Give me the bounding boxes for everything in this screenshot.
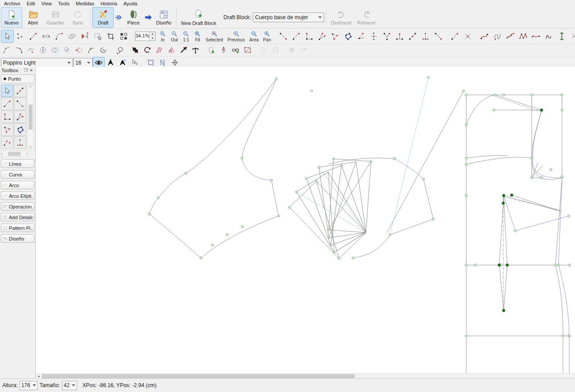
toolbox-vertical-scrollbar[interactable]: ˄ ˅ [27, 85, 34, 149]
toolbox-point-normal-tool[interactable] [1, 110, 13, 123]
move-objects-tool[interactable] [177, 45, 189, 56]
toolbox-cat-linea[interactable]: Línea [1, 159, 34, 168]
scroll-right-icon[interactable]: › [26, 152, 27, 155]
tamano-combo[interactable]: 42 [62, 381, 77, 390]
point-perpendicular-tool[interactable] [393, 30, 406, 43]
point-bisector-tool[interactable] [329, 30, 341, 43]
curve-intersect-axis-tool[interactable] [568, 30, 575, 43]
nuevo-button[interactable]: Nuevo [1, 7, 22, 28]
mirror-piece-tool[interactable] [78, 30, 91, 43]
curve-with-control-points-tool[interactable] [504, 30, 517, 43]
toolbox-point-axis-tool[interactable] [14, 136, 26, 149]
toolbox-point-bisector-tool[interactable] [1, 123, 13, 136]
close-panel-icon[interactable]: ✕ [29, 68, 34, 73]
spline-path-tool[interactable] [517, 30, 530, 43]
point-shoulder-tool[interactable] [316, 30, 329, 43]
union-pieces-tool[interactable] [230, 45, 242, 56]
point-from-circle-tangent-tool[interactable] [73, 45, 85, 56]
point-intersect-lines-tool[interactable] [380, 30, 393, 43]
curve-hook-tool[interactable] [542, 30, 555, 43]
diseno-mode-button[interactable]: Diseño [153, 7, 174, 28]
menu-ayuda[interactable]: Ayuda [120, 0, 140, 7]
toolbox-point-dots-tool[interactable] [1, 136, 13, 149]
menu-archivo[interactable]: Archivo [1, 0, 24, 7]
menu-medidas[interactable]: Medidas [73, 0, 98, 7]
toolbox-point-at-angle-tool[interactable] [14, 98, 26, 110]
new-draft-block-button[interactable]: New Draft Block [178, 7, 219, 28]
point-on-curve-tool[interactable] [341, 30, 354, 43]
zoom-area-button[interactable]: Area [247, 29, 261, 44]
toolbox-point-shoulder-tool[interactable] [14, 110, 26, 123]
crop-tool[interactable] [104, 30, 117, 43]
altura-combo[interactable]: 176 [20, 381, 38, 390]
drawing-canvas[interactable]: ◂ [36, 67, 575, 379]
exchange-layout-tool[interactable] [117, 30, 130, 43]
scroll-left-icon[interactable]: ‹ [1, 152, 2, 155]
point-along-line-tool[interactable] [406, 30, 419, 43]
scrollbar-thumb[interactable] [42, 374, 355, 378]
spline-pair-tool[interactable] [40, 30, 53, 43]
spin-down-icon[interactable]: ▼ [150, 36, 155, 41]
toolbox-cat-pattern-pieces[interactable]: Pattern Pi... [1, 224, 34, 232]
point-at-distance-angle-tool[interactable] [277, 30, 290, 43]
draft-mode-button[interactable]: Draft [92, 7, 114, 28]
flip-by-line-tool[interactable] [153, 45, 165, 56]
true-darts-tool[interactable] [189, 45, 201, 56]
toolbox-horizontal-scrollbar[interactable]: ‹ › [1, 151, 28, 157]
zoom-previous-button[interactable]: Previous [225, 29, 247, 44]
toolbox-cat-add-details[interactable]: Add Details [1, 213, 34, 221]
zoom-fit-button[interactable]: Fit [192, 29, 203, 44]
float-panel-icon[interactable]: ❐ [23, 68, 29, 73]
arc-with-length-tool[interactable] [85, 45, 97, 56]
menu-tools[interactable]: Tools [55, 0, 73, 7]
toolbox-cat-operaciones[interactable]: Operacion... [1, 202, 34, 211]
spin-up-icon[interactable]: ▲ [150, 32, 155, 37]
arc-radius-angles-tool[interactable] [1, 45, 13, 56]
zoom-1to1-button[interactable]: 1:1 [180, 29, 192, 44]
menu-historia[interactable]: Historia [98, 0, 120, 7]
line-intersect-tool[interactable] [461, 30, 474, 43]
toolbox-point-on-curve-tool[interactable] [14, 123, 26, 136]
internal-path-tool[interactable] [242, 45, 254, 56]
flip-by-axis-tool[interactable] [165, 45, 177, 56]
new-pattern-piece-tool[interactable] [205, 45, 218, 56]
simple-interactive-curve-tool[interactable] [530, 30, 542, 43]
arc-spiral-tool[interactable] [97, 45, 109, 56]
arrow-pointer-tool[interactable] [1, 30, 14, 43]
rubber-band-select-tool[interactable] [91, 30, 104, 43]
menu-view[interactable]: View [38, 0, 55, 7]
draft-block-combo[interactable]: Cuerpo base de mujer [253, 12, 324, 22]
curve-intersect-curve-tool[interactable] [555, 30, 568, 43]
point-along-perpendicular-tool[interactable] [303, 30, 316, 43]
elliptical-arc-tool[interactable] [113, 45, 125, 56]
zoom-in-button[interactable]: In [157, 29, 168, 44]
point-of-contact-tool[interactable] [432, 30, 445, 43]
scroll-up-icon[interactable]: ˄ [29, 85, 31, 88]
point-end-line-tool[interactable] [290, 30, 303, 43]
line-between-points-tool[interactable] [448, 30, 461, 43]
toolbox-pointer-tool[interactable] [1, 85, 13, 97]
rotate-objects-tool[interactable] [141, 45, 153, 56]
scrollbar-thumb[interactable] [29, 105, 33, 130]
arc-intersect-axis-tool[interactable] [25, 45, 37, 56]
two-circles-intersect-tool[interactable] [49, 45, 61, 56]
label-font-combo[interactable]: Poppins Light [1, 58, 73, 67]
zoom-spinbox[interactable]: 34,1% ▲ ▼ [135, 32, 156, 41]
point-tangent-tool[interactable] [354, 30, 367, 43]
zoom-selected-button[interactable]: Selected [203, 29, 225, 44]
scrollbar-thumb[interactable] [8, 152, 21, 156]
scroll-down-icon[interactable]: ˅ [29, 146, 31, 149]
zoom-out-button[interactable]: Out [168, 29, 180, 44]
circle-axis-intersect-tool[interactable] [37, 45, 49, 56]
toolbox-point-along-line-tool[interactable] [14, 85, 26, 97]
anchor-point-tool[interactable] [218, 45, 230, 56]
point-from-x-y-tool[interactable] [367, 30, 380, 43]
toolbox-section-punto[interactable]: Punto [1, 74, 34, 83]
toolbox-point-end-line-tool[interactable] [1, 98, 13, 110]
circle-tangent-tool[interactable] [61, 45, 73, 56]
toolbox-cat-arco[interactable]: Arco [1, 181, 34, 189]
toolbox-cat-curva[interactable]: Curva [1, 170, 34, 179]
add-points-tool[interactable] [14, 30, 27, 43]
arc-segment-tool[interactable] [53, 30, 66, 43]
point-intersect-axis-tool[interactable] [419, 30, 432, 43]
